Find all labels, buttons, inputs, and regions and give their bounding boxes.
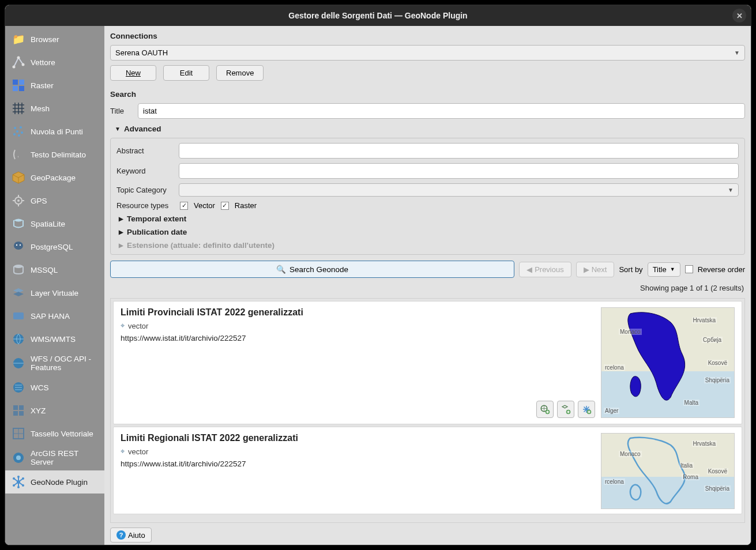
sidebar-item-label: WMS/WMTS (31, 335, 76, 344)
sidebar-item-vector[interactable]: Vettore (5, 51, 104, 74)
chevron-down-icon: ▼ (728, 187, 734, 193)
sort-by-label: Sort by (619, 265, 642, 274)
svg-point-8 (20, 126, 22, 129)
remove-connection-button[interactable]: Remove (216, 65, 264, 81)
svg-rect-27 (19, 411, 24, 416)
svg-rect-26 (13, 411, 18, 416)
svg-rect-25 (19, 405, 24, 410)
title-input[interactable] (138, 103, 745, 119)
svg-rect-5 (13, 86, 18, 91)
arrow-left-icon: ◀ (526, 265, 532, 274)
sidebar-item-label: ArcGIS REST Server (31, 449, 99, 466)
layer-type-icon: ⌖ (121, 447, 125, 456)
delimited-icon: , (11, 147, 26, 162)
reverse-order-checkbox[interactable] (685, 265, 693, 273)
result-type: ⌖ vector (121, 447, 594, 456)
spatialite-icon (11, 216, 26, 231)
add-wfs-button[interactable] (557, 401, 574, 418)
abstract-input[interactable] (179, 143, 739, 159)
sidebar-item-spatialite[interactable]: SpatiaLite (5, 212, 104, 235)
sidebar-item-geonode[interactable]: GeoNode Plugin (5, 470, 104, 494)
temporal-toggle[interactable]: ▶ Temporal extent (119, 214, 739, 223)
sidebar-item-virtual[interactable]: Layer Virtuale (5, 281, 104, 304)
sidebar-item-label: WFS / OGC API - Features (31, 355, 99, 372)
window-title: Gestore delle Sorgenti Dati — GeoNode Pl… (288, 11, 467, 20)
sidebar-item-pointcloud[interactable]: Nuvola di Punti (5, 120, 104, 143)
triangle-down-icon: ▼ (115, 126, 121, 132)
sidebar-item-arcgis[interactable]: ArcGIS REST Server (5, 445, 104, 470)
sidebar-item-label: GPS (31, 197, 47, 205)
help-button[interactable]: ? Aiuto (110, 528, 152, 543)
sidebar-item-vectortile[interactable]: Tassello Vettoriale (5, 422, 104, 445)
sidebar-item-postgresql[interactable]: PostgreSQL (5, 235, 104, 258)
arcgis-icon (11, 450, 26, 465)
publication-toggle[interactable]: ▶ Publication date (119, 228, 739, 236)
add-wms-button[interactable] (536, 401, 554, 418)
next-button[interactable]: ▶Next (576, 262, 615, 277)
result-link: https://www.istat.it/it/archivio/222527 (121, 459, 594, 468)
app-window: Gestore delle Sorgenti Dati — GeoNode Pl… (5, 5, 751, 545)
help-icon: ? (116, 530, 126, 540)
svg-point-34 (13, 484, 15, 487)
sidebar-item-wfs[interactable]: WFS / OGC API - Features (5, 351, 104, 376)
advanced-toggle[interactable]: ▼ Advanced (115, 125, 745, 133)
xyz-icon (11, 403, 26, 418)
reverse-order-label: Reverse order (698, 265, 745, 274)
svg-point-1 (17, 56, 20, 59)
sidebar-item-mesh[interactable]: Mesh (5, 97, 104, 120)
vectortile-icon (11, 426, 26, 441)
layer-type-icon: ⌖ (121, 321, 125, 330)
sidebar-item-saphana[interactable]: SAP HANA (5, 304, 104, 327)
svg-rect-20 (13, 312, 24, 319)
card-actions (536, 401, 595, 418)
card-body: Limiti Provinciali ISTAT 2022 generalizz… (121, 307, 594, 418)
sidebar-item-label: Layer Virtuale (31, 289, 78, 297)
svg-point-36 (17, 476, 20, 478)
raster-checkbox-label: Raster (235, 201, 257, 210)
sort-select[interactable]: Title ▼ (648, 262, 680, 277)
search-geonode-button[interactable]: 🔍 Search Geonode (110, 261, 514, 278)
result-card[interactable]: Limiti Regionali ISTAT 2022 generalizzat… (113, 427, 742, 514)
sidebar-item-label: SpatiaLite (31, 220, 65, 228)
main-panel: Connections Serena OAUTH ▼ New Edit Remo… (104, 26, 751, 545)
sidebar-item-label: Tassello Vettoriale (31, 430, 93, 438)
new-connection-button[interactable]: New (110, 65, 156, 81)
keyword-label: Keyword (116, 167, 174, 175)
svg-point-12 (18, 134, 20, 137)
keyword-input[interactable] (179, 163, 739, 179)
sidebar-item-geopackage[interactable]: GeoPackage (5, 166, 104, 189)
sidebar-item-wms[interactable]: WMS/WMTS (5, 327, 104, 351)
svg-rect-6 (19, 86, 24, 91)
svg-point-16 (14, 242, 23, 250)
sidebar-item-wcs[interactable]: WCS (5, 376, 104, 399)
sidebar-item-mssql[interactable]: MSSQL (5, 258, 104, 281)
triangle-right-icon: ▶ (119, 216, 123, 222)
raster-checkbox[interactable]: ✓ (221, 202, 229, 210)
result-link: https://www.istat.it/it/archivio/222527 (121, 334, 594, 342)
vector-checkbox[interactable]: ✓ (180, 202, 188, 210)
svg-point-17 (16, 244, 17, 246)
footer: ? Aiuto (110, 525, 745, 543)
edit-connection-button[interactable]: Edit (163, 65, 209, 81)
sidebar-item-browser[interactable]: 📁Browser (5, 28, 104, 51)
add-layer-button[interactable] (578, 401, 595, 418)
svg-point-2 (22, 63, 25, 66)
topic-select[interactable]: ▼ (179, 183, 739, 197)
sidebar-item-label: SAP HANA (31, 312, 70, 321)
sidebar-item-raster[interactable]: Raster (5, 74, 104, 97)
abstract-label: Abstract (116, 146, 174, 155)
connection-select[interactable]: Serena OAUTH ▼ (110, 45, 745, 61)
previous-button[interactable]: ◀Previous (519, 262, 571, 277)
sidebar-item-label: XYZ (31, 406, 46, 415)
sidebar-item-gps[interactable]: GPS (5, 189, 104, 212)
result-title: Limiti Regionali ISTAT 2022 generalizzat… (121, 433, 594, 443)
sidebar-item-xyz[interactable]: XYZ (5, 399, 104, 422)
pointcloud-icon (11, 124, 26, 139)
triangle-right-icon: ▶ (119, 242, 123, 248)
result-card[interactable]: Limiti Provinciali ISTAT 2022 generalizz… (113, 301, 742, 424)
result-title: Limiti Provinciali ISTAT 2022 generalizz… (121, 307, 594, 318)
sidebar-item-delimited[interactable]: ,Testo Delimitato (5, 143, 104, 166)
vector-icon (11, 55, 26, 70)
close-button[interactable]: ✕ (732, 9, 746, 22)
wfs-icon (11, 356, 26, 371)
